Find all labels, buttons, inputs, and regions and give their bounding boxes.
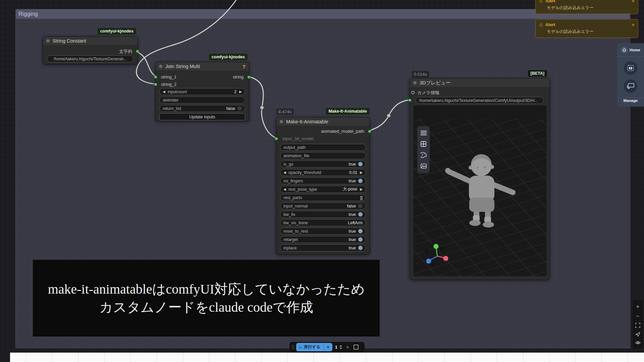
node-title-bar[interactable]: String Constant: [43, 37, 138, 46]
node-type-badge: comfyui-kjnodes: [98, 28, 136, 35]
widget-label: opacity_threshold: [288, 170, 321, 175]
output-port[interactable]: [247, 75, 251, 79]
model-path-widget[interactable]: /home/takeru.higuchi/TextureGeneration/C…: [416, 97, 544, 104]
corner-notch: [0, 353, 10, 362]
grid-view-icon[interactable]: [421, 141, 426, 147]
home-button[interactable]: Home: [621, 47, 640, 53]
stepper-left-icon[interactable]: ◀: [283, 187, 286, 191]
eye-icon[interactable]: [635, 341, 641, 345]
toggle-icon[interactable]: [237, 106, 242, 111]
widget-no-fingers[interactable]: no_fingers true: [280, 177, 366, 184]
node-title: Make-It-Animatable: [286, 119, 328, 124]
output-port[interactable]: [136, 50, 139, 53]
input-port[interactable]: [154, 83, 157, 86]
close-icon[interactable]: ×: [632, 22, 635, 27]
zoom-in-icon[interactable]: +: [636, 304, 640, 309]
widget-opacity-threshold[interactable]: ◀ opacity_threshold 0.01 ▶: [280, 169, 366, 176]
widget-value: true: [346, 162, 356, 167]
node-string-constant[interactable]: comfyui-kjnodes String Constant 文字列 /hom…: [43, 36, 138, 64]
batch-count-stepper[interactable]: 1: [335, 345, 342, 350]
stepper-left-icon[interactable]: ◀: [283, 171, 286, 174]
alert-toast: ⚠ Alert × モデルの読み込みエラー: [535, 19, 638, 38]
input-port[interactable]: [275, 137, 278, 140]
widget-reset-to-rest[interactable]: reset_to_rest true: [280, 228, 366, 235]
toggle-icon[interactable]: [358, 204, 363, 208]
stop-icon[interactable]: [354, 345, 359, 350]
stepper-right-icon[interactable]: ▶: [239, 90, 242, 94]
widget-bw-fix[interactable]: bw_fix true: [280, 211, 366, 218]
widget-label: output_path: [283, 145, 306, 150]
widget-input-normal[interactable]: input_normal false: [280, 202, 366, 209]
output-label: animated_model_path: [321, 129, 364, 134]
update-inputs-button[interactable]: Update inputs: [159, 113, 245, 120]
camera-input-port[interactable]: [411, 91, 415, 94]
toggle-icon[interactable]: [358, 229, 363, 233]
collapse-dot-icon[interactable]: [280, 120, 283, 123]
widget-animation-file[interactable]: animation_file: [280, 152, 366, 159]
image-icon[interactable]: [421, 164, 427, 169]
caption-overlay: make-it-animatableはcomfyUI対応していなかったため カス…: [33, 260, 380, 337]
input-port[interactable]: [154, 75, 157, 79]
help-icon[interactable]: ?: [243, 64, 246, 69]
output-port[interactable]: [368, 130, 371, 133]
fit-view-icon[interactable]: [635, 323, 640, 328]
select-cursor-icon[interactable]: [635, 332, 640, 337]
widget-return-list[interactable]: return_list false: [159, 105, 245, 112]
widget-label: reset_to_rest: [283, 229, 308, 234]
stepper-right-icon[interactable]: ▶: [360, 187, 363, 191]
node-make-it-animatable[interactable]: 8.474s Make-It-Animatable Make-It-Animat…: [276, 117, 370, 254]
widget-inplace[interactable]: inplace true: [280, 244, 366, 251]
manage-button[interactable]: Manage: [624, 99, 638, 103]
close-icon[interactable]: ×: [632, 0, 635, 4]
zoom-out-icon[interactable]: −: [636, 313, 640, 319]
toggle-icon[interactable]: [358, 237, 363, 242]
alert-title: Alert: [545, 0, 555, 3]
stepper-right-icon[interactable]: ▶: [360, 171, 363, 174]
node-join-string-multi[interactable]: comfyui-kjnodes Join String Multi ? stri…: [155, 62, 249, 121]
widget-label: rest_pose_type: [288, 187, 317, 192]
viewport-toolbar: [417, 126, 430, 173]
input-label: input_3d_model: [282, 136, 314, 141]
toggle-icon[interactable]: [358, 212, 363, 217]
collapse-dot-icon[interactable]: [413, 81, 417, 84]
string-value-widget[interactable]: /home/takeru.higuchi/TextureGenerati...: [47, 55, 133, 62]
widget-rest-pose-type[interactable]: ◀ rest_pose_type 大-pose ▶: [280, 186, 366, 193]
widget-delimiter[interactable]: delimiter: [159, 97, 245, 104]
widget-label: bw_vis_bone: [283, 221, 308, 225]
spinner-icons[interactable]: [339, 345, 342, 349]
collapse-dot-icon[interactable]: [159, 65, 162, 68]
comfyui-canvas[interactable]: Rigging comfyui-kjnodes String Constant …: [0, 0, 644, 362]
widget-label: input_normal: [283, 204, 308, 208]
node-3d-preview[interactable]: 0.014s [BETA] 3Dプレビュー カメラ情報 /home/takeru…: [410, 78, 550, 280]
node-title-bar[interactable]: 3Dプレビュー: [410, 78, 549, 87]
cancel-icon[interactable]: ×: [346, 344, 349, 350]
node-title-bar[interactable]: Join String Multi ?: [156, 62, 249, 71]
widget-retarget[interactable]: retarget true: [280, 236, 366, 243]
run-button[interactable]: ▷ 実行する ∨: [296, 343, 332, 351]
input-label: カメラ情報: [417, 90, 439, 96]
widget-bw-vis-bone[interactable]: bw_vis_bone LeftArm: [280, 219, 366, 226]
home-icon: [621, 47, 628, 53]
widget-rest-parts[interactable]: rest_parts []: [280, 194, 366, 201]
widget-inputcount[interactable]: ◀ inputcount 2 ▶: [159, 88, 245, 95]
node-title-bar[interactable]: Make-It-Animatable: [276, 117, 370, 126]
widget-output-path[interactable]: output_path: [280, 144, 366, 151]
chevron-down-icon[interactable]: ∨: [324, 345, 332, 349]
divider: [617, 98, 644, 98]
workflow-button[interactable]: [624, 79, 637, 93]
3d-viewport[interactable]: [413, 105, 547, 276]
toggle-icon[interactable]: [358, 162, 363, 166]
widget-is-gs[interactable]: is_gs true: [280, 161, 366, 168]
drag-handle-icon[interactable]: [291, 345, 294, 350]
stepper-left-icon[interactable]: ◀: [163, 90, 165, 94]
widget-value: []: [358, 195, 363, 200]
palette-icon[interactable]: [421, 152, 427, 158]
menu-icon[interactable]: [421, 131, 427, 135]
screenshot-button[interactable]: [624, 61, 637, 75]
input-port[interactable]: [408, 99, 412, 102]
toggle-icon[interactable]: [358, 246, 363, 250]
widget-label: is_gs: [283, 162, 293, 167]
collapse-dot-icon[interactable]: [46, 39, 50, 43]
toggle-icon[interactable]: [358, 179, 363, 183]
timeline-strip: [0, 353, 644, 362]
